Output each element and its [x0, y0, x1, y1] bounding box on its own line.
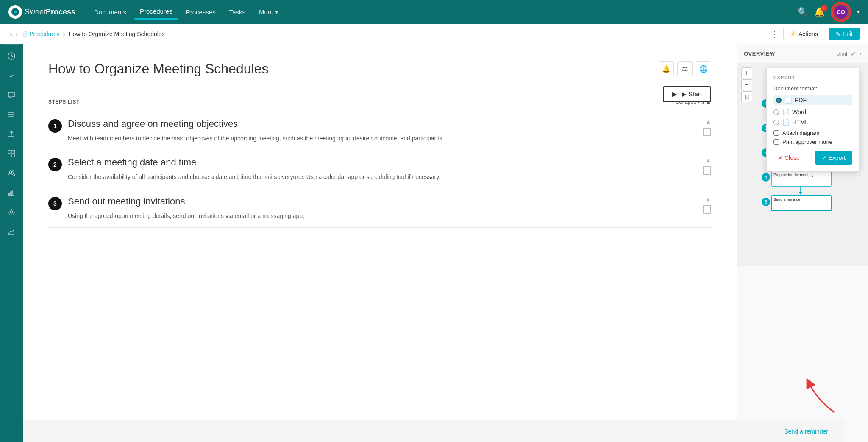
home-link[interactable]: ⌂	[8, 31, 12, 37]
logo-text: SweetProcess	[25, 8, 75, 17]
content-area: How to Organize Meeting Schedules 🔔 ⚖ 🌐 …	[23, 44, 737, 442]
sidebar-item-history[interactable]	[3, 48, 20, 64]
export-radio-html[interactable]	[773, 120, 779, 125]
notification-badge: 1	[821, 5, 827, 11]
more-options-button[interactable]: ⋮	[771, 29, 779, 39]
logo[interactable]: SweetProcess	[8, 5, 75, 19]
steps-list-label: STEPS LIST	[48, 99, 80, 105]
sidebar-item-approvals[interactable]	[3, 67, 20, 84]
attach-diagram-row[interactable]: Attach diagram	[773, 130, 852, 136]
sidebar-item-users[interactable]	[3, 165, 20, 182]
export-label-pdf[interactable]: 📄 PDF	[785, 97, 807, 104]
breadcrumb-current: How to Organize Meeting Schedules	[68, 31, 164, 37]
sidebar-item-settings[interactable]	[3, 204, 20, 221]
main-content: How to Organize Meeting Schedules 🔔 ⚖ 🌐 …	[23, 44, 868, 442]
export-format-label: Document format:	[773, 85, 852, 92]
step-checkbox-1[interactable]	[703, 128, 711, 136]
export-label-html[interactable]: 📄 HTML	[782, 119, 808, 126]
step-number-3: 3	[48, 197, 62, 210]
search-button[interactable]: 🔍	[798, 7, 808, 17]
print-button[interactable]: print	[837, 50, 847, 57]
adjust-icon[interactable]: ⚖	[677, 61, 693, 76]
nav-more[interactable]: More ▾	[253, 5, 284, 19]
overview-header: OVERVIEW print ⤢ ›	[737, 44, 868, 63]
step-collapse-3[interactable]: ▲	[705, 196, 711, 203]
export-radio-word[interactable]	[773, 109, 779, 115]
top-navigation: SweetProcess Documents Procedures Proces…	[0, 0, 868, 24]
attach-diagram-label[interactable]: Attach diagram	[782, 130, 819, 136]
play-icon: ▶	[672, 90, 677, 98]
user-menu-chevron[interactable]: ▾	[857, 9, 860, 15]
zoom-out-button[interactable]: −	[741, 79, 752, 90]
sidebar-item-widgets[interactable]	[3, 145, 20, 162]
export-option-pdf[interactable]: 📄 PDF	[773, 95, 852, 105]
step-item: 1 Discuss and agree on meeting objective…	[48, 112, 711, 150]
export-radio-pdf[interactable]	[776, 98, 782, 103]
user-avatar-wrapper: CO	[831, 2, 851, 22]
sidebar	[0, 24, 23, 442]
overview-title: OVERVIEW	[744, 50, 775, 57]
zoom-in-button[interactable]: +	[741, 67, 752, 78]
svg-rect-17	[13, 190, 14, 196]
export-option-word[interactable]: 📄 Word	[773, 109, 852, 115]
nav-links: Documents Procedures Processes Tasks Mor…	[88, 4, 798, 20]
globe-icon[interactable]: 🌐	[696, 61, 711, 76]
step-content-1: Discuss and agree on meeting objectives …	[68, 118, 697, 143]
sidebar-item-analytics[interactable]	[3, 184, 20, 201]
svg-rect-11	[8, 154, 11, 157]
sidebar-item-upload[interactable]	[3, 126, 20, 143]
document-header: How to Organize Meeting Schedules 🔔 ⚖ 🌐 …	[23, 44, 737, 90]
step-collapse-2[interactable]: ▲	[705, 157, 711, 164]
print-approver-row[interactable]: Print approver name	[773, 139, 852, 145]
export-label-word[interactable]: 📄 Word	[782, 109, 806, 115]
sidebar-item-comments[interactable]	[3, 87, 20, 104]
edit-button[interactable]: ✎ Edit	[829, 28, 860, 40]
nav-right-controls: 🔍 🔔 1 CO ▾	[798, 2, 860, 22]
step-actions-3: ▲	[703, 196, 711, 214]
zoom-controls: + − ⊡	[741, 67, 752, 102]
send-reminder-bar: Send a reminder	[23, 420, 845, 442]
word-icon: 📄	[782, 109, 790, 115]
breadcrumb-right: ⋮ ⚡ Actions ✎ Edit	[771, 28, 860, 40]
notification-doc-icon[interactable]: 🔔	[659, 61, 674, 76]
breadcrumb-sep-2: ›	[63, 31, 65, 37]
notification-button[interactable]: 🔔 1	[814, 7, 825, 17]
export-footer: ✕ Close ✓ Export	[773, 151, 852, 165]
svg-rect-15	[8, 193, 10, 196]
step-title-3: Send out meeting invitations	[68, 196, 697, 207]
procedures-link[interactable]: 📄 Procedures	[21, 31, 60, 37]
step-item: 2 Select a meeting date and time Conside…	[48, 150, 711, 189]
send-reminder-button[interactable]: Send a reminder	[784, 428, 828, 435]
zoom-fit-button[interactable]: ⊡	[741, 91, 752, 102]
breadcrumb-bar: ⌂ › 📄 Procedures › How to Organize Meeti…	[0, 24, 868, 44]
start-button[interactable]: ▶ ▶ Start	[663, 86, 711, 102]
nav-processes[interactable]: Processes	[180, 5, 222, 19]
nav-tasks[interactable]: Tasks	[223, 5, 251, 19]
step-content-2: Select a meeting date and time Consider …	[68, 157, 697, 182]
step-checkbox-2[interactable]	[703, 166, 711, 175]
svg-marker-43	[799, 192, 802, 195]
export-submit-button[interactable]: ✓ Export	[815, 151, 852, 165]
step-collapse-1[interactable]: ▲	[705, 118, 711, 125]
export-close-button[interactable]: ✕ Close	[773, 152, 804, 164]
export-panel-title: EXPORT	[773, 75, 852, 80]
logo-icon	[8, 5, 22, 19]
svg-point-18	[10, 211, 13, 213]
sidebar-item-signature[interactable]	[3, 223, 20, 240]
export-option-html[interactable]: 📄 HTML	[773, 119, 852, 126]
nav-procedures[interactable]: Procedures	[134, 4, 178, 20]
step-content-3: Send out meeting invitations Using the a…	[68, 196, 697, 221]
user-avatar[interactable]: CO	[833, 4, 849, 20]
attach-diagram-checkbox[interactable]	[773, 130, 779, 136]
expand-icon[interactable]: ⤢	[851, 50, 856, 57]
edit-icon: ✎	[835, 31, 840, 37]
step-desc-3: Using the agreed-upon meeting details, s…	[68, 211, 697, 221]
sidebar-item-list[interactable]	[3, 106, 20, 123]
nav-documents[interactable]: Documents	[88, 5, 132, 19]
actions-button[interactable]: ⚡ Actions	[783, 28, 824, 40]
print-approver-label[interactable]: Print approver name	[782, 139, 832, 145]
svg-rect-16	[11, 192, 12, 196]
next-icon[interactable]: ›	[859, 50, 861, 57]
print-approver-checkbox[interactable]	[773, 139, 779, 145]
step-checkbox-3[interactable]	[703, 205, 711, 214]
